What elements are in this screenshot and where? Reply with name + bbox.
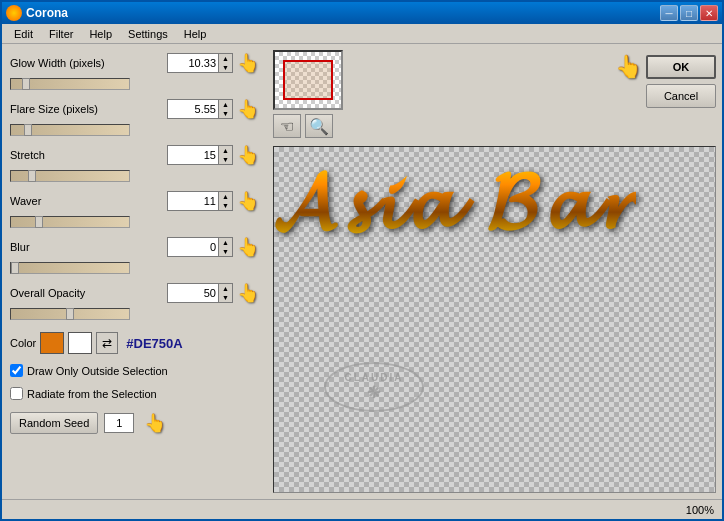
hand-tool-button[interactable]: ☜ <box>273 114 301 138</box>
ok-button[interactable]: OK <box>646 55 716 79</box>
blur-spinner: ▲ ▼ <box>219 237 233 257</box>
close-button[interactable]: ✕ <box>700 5 718 21</box>
radiate-checkbox[interactable] <box>10 387 23 400</box>
watermark: CLAUDIA ❋ <box>324 362 424 412</box>
waver-slider-row <box>10 216 259 228</box>
waver-hand-icon: 👆 <box>237 190 259 212</box>
canvas-area: 𝓐𝓼𝓲𝓪 𝓑𝓪𝓻 CLAUDIA ❋ <box>273 146 716 493</box>
waver-input[interactable] <box>167 191 219 211</box>
opacity-input-wrap: ▲ ▼ <box>167 283 233 303</box>
flare-size-spinner: ▲ ▼ <box>219 99 233 119</box>
menu-settings[interactable]: Settings <box>120 26 176 42</box>
app-icon <box>6 5 22 21</box>
color-label: Color <box>10 337 36 349</box>
stretch-spin-up[interactable]: ▲ <box>219 146 232 155</box>
canvas-text-display: 𝓐𝓼𝓲𝓪 𝓑𝓪𝓻 <box>274 157 636 249</box>
flare-size-row: Flare Size (pixels) ▲ ▼ 👆 <box>10 98 259 120</box>
glow-width-input-wrap: ▲ ▼ <box>167 53 233 73</box>
cancel-button[interactable]: Cancel <box>646 84 716 108</box>
color-primary-swatch[interactable] <box>40 332 64 354</box>
stretch-input-wrap: ▲ ▼ <box>167 145 233 165</box>
waver-row: Waver ▲ ▼ 👆 <box>10 190 259 212</box>
flare-size-label: Flare Size (pixels) <box>10 103 167 115</box>
glow-width-slider-row <box>10 78 259 90</box>
window-title: Corona <box>26 6 68 20</box>
stretch-row: Stretch ▲ ▼ 👆 <box>10 144 259 166</box>
glow-width-spin-down[interactable]: ▼ <box>219 63 232 72</box>
radiate-row: Radiate from the Selection <box>10 387 259 400</box>
glow-width-input[interactable] <box>167 53 219 73</box>
main-content: Glow Width (pixels) ▲ ▼ 👆 Flare Size (pi… <box>2 44 722 499</box>
tool-row: ☜ 🔍 <box>273 114 343 138</box>
watermark-symbol: ❋ <box>367 383 382 402</box>
blur-slider-row <box>10 262 259 274</box>
random-seed-button[interactable]: Random Seed <box>10 412 98 434</box>
draw-only-row: Draw Only Outside Selection <box>10 364 259 377</box>
blur-hand-icon: 👆 <box>237 236 259 258</box>
menu-help-main[interactable]: Help <box>81 26 120 42</box>
glow-width-spin-up[interactable]: ▲ <box>219 54 232 63</box>
glow-width-slider[interactable] <box>10 78 130 90</box>
stretch-label: Stretch <box>10 149 167 161</box>
color-secondary-swatch[interactable] <box>68 332 92 354</box>
blur-spin-down[interactable]: ▼ <box>219 247 232 256</box>
status-bar: 100% <box>2 499 722 519</box>
opacity-hand-icon: 👆 <box>237 282 259 304</box>
canvas-text: 𝓐𝓼𝓲𝓪 𝓑𝓪𝓻 <box>274 157 636 249</box>
blur-row: Blur ▲ ▼ 👆 <box>10 236 259 258</box>
waver-slider[interactable] <box>10 216 130 228</box>
zoom-tool-icon: 🔍 <box>309 117 329 136</box>
opacity-spin-up[interactable]: ▲ <box>219 284 232 293</box>
stretch-spin-down[interactable]: ▼ <box>219 155 232 164</box>
glow-width-row: Glow Width (pixels) ▲ ▼ 👆 <box>10 52 259 74</box>
waver-spin-down[interactable]: ▼ <box>219 201 232 210</box>
draw-only-checkbox[interactable] <box>10 364 23 377</box>
title-bar: Corona ─ □ ✕ <box>2 2 722 24</box>
top-right-controls: ☜ 🔍 👆 OK Cancel <box>273 50 716 142</box>
random-seed-hand-icon: 👆 <box>144 412 166 434</box>
blur-slider[interactable] <box>10 262 130 274</box>
zoom-tool-button[interactable]: 🔍 <box>305 114 333 138</box>
waver-input-wrap: ▲ ▼ <box>167 191 233 211</box>
menu-help[interactable]: Help <box>176 26 215 42</box>
draw-only-label[interactable]: Draw Only Outside Selection <box>27 365 168 377</box>
waver-spin-up[interactable]: ▲ <box>219 192 232 201</box>
minimize-button[interactable]: ─ <box>660 5 678 21</box>
flare-size-spin-up[interactable]: ▲ <box>219 100 232 109</box>
flare-size-spin-down[interactable]: ▼ <box>219 109 232 118</box>
hand-tool-icon: ☜ <box>280 117 294 136</box>
stretch-input[interactable] <box>167 145 219 165</box>
stretch-slider[interactable] <box>10 170 130 182</box>
window-controls: ─ □ ✕ <box>660 5 718 21</box>
blur-input[interactable] <box>167 237 219 257</box>
opacity-spin-down[interactable]: ▼ <box>219 293 232 302</box>
ok-hand-icon: 👆 <box>615 54 642 80</box>
radiate-label[interactable]: Radiate from the Selection <box>27 388 157 400</box>
maximize-button[interactable]: □ <box>680 5 698 21</box>
stretch-slider-row <box>10 170 259 182</box>
menu-edit[interactable]: Edit <box>6 26 41 42</box>
random-seed-row: Random Seed 👆 <box>10 412 259 434</box>
random-seed-input[interactable] <box>104 413 134 433</box>
menu-filter[interactable]: Filter <box>41 26 81 42</box>
opacity-row: Overall Opacity ▲ ▼ 👆 <box>10 282 259 304</box>
color-switch-button[interactable]: ⇄ <box>96 332 118 354</box>
flare-size-slider[interactable] <box>10 124 130 136</box>
right-panel: ☜ 🔍 👆 OK Cancel <box>267 44 722 499</box>
flare-size-slider-row <box>10 124 259 136</box>
zoom-level: 100% <box>686 504 714 516</box>
glow-width-spinner: ▲ ▼ <box>219 53 233 73</box>
glow-width-hand-icon: 👆 <box>237 52 259 74</box>
flare-size-input[interactable] <box>167 99 219 119</box>
opacity-input[interactable] <box>167 283 219 303</box>
color-row: Color ⇄ #DE750A <box>10 332 259 354</box>
flare-size-hand-icon: 👆 <box>237 98 259 120</box>
opacity-slider[interactable] <box>10 308 130 320</box>
blur-input-wrap: ▲ ▼ <box>167 237 233 257</box>
thumbnail-preview <box>283 60 333 100</box>
flare-size-input-wrap: ▲ ▼ <box>167 99 233 119</box>
main-window: Corona ─ □ ✕ Edit Filter Help Settings H… <box>0 0 724 521</box>
opacity-spinner: ▲ ▼ <box>219 283 233 303</box>
blur-spin-up[interactable]: ▲ <box>219 238 232 247</box>
menu-bar: Edit Filter Help Settings Help <box>2 24 722 44</box>
